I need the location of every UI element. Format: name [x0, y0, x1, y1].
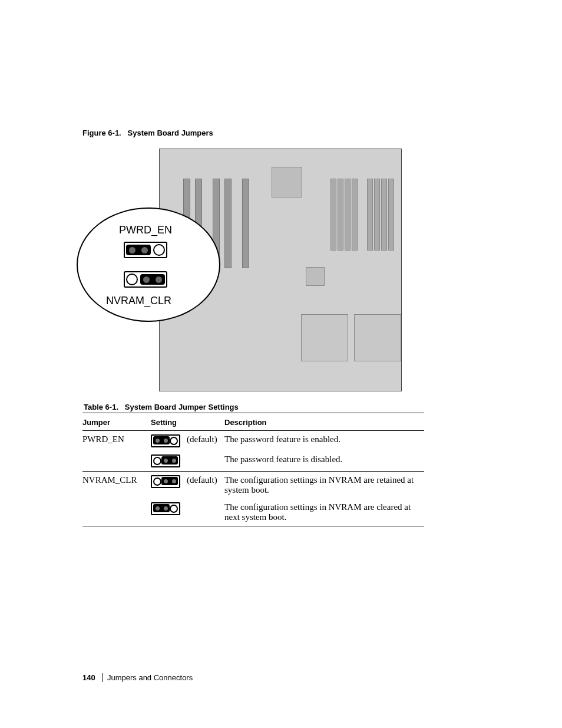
col-default-spacer [187, 413, 224, 431]
page-number: 140 [82, 673, 95, 682]
cell-jumper [82, 451, 151, 472]
jumper-setting-12-icon [151, 502, 180, 515]
page-footer: 140 Jumpers and Connectors [82, 673, 193, 683]
col-setting: Setting [151, 413, 187, 431]
cell-desc: The configuration settings in NVRAM are … [224, 499, 424, 526]
cpu-socket-icon [301, 314, 348, 361]
jumper-settings-table: Jumper Setting Description PWRD_EN (defa… [82, 413, 424, 526]
cell-desc: The password feature is enabled. [224, 431, 424, 452]
cell-default: (default) [187, 472, 224, 499]
cell-setting [151, 472, 187, 499]
col-jumper: Jumper [82, 413, 151, 431]
cell-jumper [82, 499, 151, 526]
chip-icon [306, 267, 325, 286]
dimm-slot-icon [381, 179, 387, 251]
table-row: The configuration settings in NVRAM are … [82, 499, 424, 526]
figure-caption-prefix: Figure 6-1. [82, 129, 121, 137]
table-row: The password feature is disabled. [82, 451, 424, 472]
dimm-slot-icon [330, 179, 336, 251]
jumper-diagram-nvram-clr [124, 271, 167, 288]
cell-desc: The configuration settings in NVRAM are … [224, 472, 424, 499]
chip-icon [272, 167, 302, 197]
cell-default [187, 499, 224, 526]
callout-label-nvram-clr: NVRAM_CLR [106, 295, 171, 307]
cell-default [187, 451, 224, 472]
cell-setting [151, 499, 187, 526]
table-caption: Table 6-1. System Board Jumper Settings [84, 403, 239, 411]
jumper-pin-open-icon [153, 244, 165, 256]
footer-separator-icon [102, 673, 103, 682]
table-caption-title: System Board Jumper Settings [125, 403, 239, 411]
cell-default: (default) [187, 431, 224, 452]
dimm-slot-icon [338, 179, 343, 251]
cell-setting [151, 451, 187, 472]
section-title: Jumpers and Connectors [107, 673, 193, 682]
jumper-pins-filled-icon [140, 274, 165, 285]
cell-desc: The password feature is disabled. [224, 451, 424, 472]
board-figure: PWRD_EN NVRAM_CLR [159, 149, 401, 390]
dimm-slot-icon [388, 179, 394, 251]
cell-setting [151, 431, 187, 452]
cell-jumper: PWRD_EN [82, 431, 151, 452]
dimm-slot-icon [374, 179, 380, 251]
dimm-slot-icon [352, 179, 358, 251]
figure-caption-title: System Board Jumpers [128, 129, 213, 137]
jumper-setting-12-icon [151, 434, 180, 447]
jumper-pin-open-icon [126, 274, 138, 285]
cpu-socket-icon [354, 314, 401, 361]
page: Figure 6-1. System Board Jumpers PWRD_EN [0, 0, 562, 728]
table-row: PWRD_EN (default) The password feature i… [82, 431, 424, 452]
figure-caption: Figure 6-1. System Board Jumpers [82, 129, 213, 137]
table-header-row: Jumper Setting Description [82, 413, 424, 431]
col-description: Description [224, 413, 424, 431]
jumper-diagram-pwrd-en [124, 242, 167, 258]
dimm-slot-icon [345, 179, 351, 251]
jumper-setting-23-icon [151, 475, 180, 488]
pci-slot-icon [224, 179, 232, 268]
table-caption-prefix: Table 6-1. [84, 403, 118, 411]
table-row: NVRAM_CLR (default) The configuration se… [82, 472, 424, 499]
dimm-slot-icon [367, 179, 373, 251]
pci-slot-icon [242, 179, 249, 268]
jumper-pins-filled-icon [126, 245, 151, 255]
callout-label-pwrd-en: PWRD_EN [119, 224, 172, 236]
cell-jumper: NVRAM_CLR [82, 472, 151, 499]
jumper-callout-bubble: PWRD_EN NVRAM_CLR [77, 207, 220, 322]
jumper-setting-23-icon [151, 454, 180, 467]
